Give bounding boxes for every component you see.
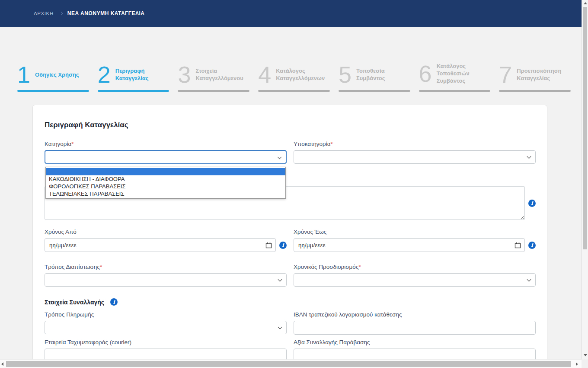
step-number: 6 <box>419 64 432 84</box>
dropdown-option[interactable]: ΦΟΡΟΛΟΓΙΚΕΣ ΠΑΡΑΒΑΣΕΙΣ <box>46 183 285 190</box>
form-card: Περιγραφή Καταγγελίας Κατηγορία* ΚΑΚΟΔΙΟ… <box>32 105 547 359</box>
step-number: 3 <box>178 65 191 85</box>
chevron-down-icon <box>527 155 531 159</box>
step-progress-bar <box>339 90 410 92</box>
scroll-left-arrow-icon[interactable] <box>1 362 3 366</box>
date-from-label: Χρόνος Από <box>45 229 287 235</box>
date-to-input[interactable]: ηη/μμ/εεεε <box>294 238 525 252</box>
step-label: Κατάλογος Τοποθεσιών Συμβάντος <box>437 63 488 85</box>
payment-method-label: Τρόπος Πληρωμής <box>45 311 287 318</box>
step-label: Οδηγίες Χρήσης <box>35 71 79 79</box>
calendar-icon[interactable] <box>265 242 272 249</box>
time-specification-select[interactable] <box>294 273 536 287</box>
subcategory-select[interactable] <box>294 150 536 164</box>
info-icon[interactable] <box>528 200 536 207</box>
step-number: 5 <box>339 65 352 85</box>
step-progress-bar <box>178 90 249 92</box>
time-specification-label: Χρονικός Προσδιορισμός* <box>294 264 536 270</box>
category-select[interactable]: ΚΑΚΟΔΙΟΙΚΗΣΗ - ΔΙΑΦΘΟΡΑ ΦΟΡΟΛΟΓΙΚΕΣ ΠΑΡΑ… <box>45 150 287 164</box>
chevron-down-icon <box>278 155 282 159</box>
step-1-instructions[interactable]: 1 Οδηγίες Χρήσης <box>17 51 89 92</box>
step-4-accused-list[interactable]: 4 Κατάλογος Καταγγελλόμενων <box>258 51 330 92</box>
info-icon[interactable] <box>110 298 118 306</box>
scroll-down-arrow-icon[interactable] <box>584 354 587 356</box>
date-placeholder: ηη/μμ/εεεε <box>49 242 77 249</box>
date-placeholder: ηη/μμ/εεεε <box>298 242 326 249</box>
step-6-incident-locations-list[interactable]: 6 Κατάλογος Τοποθεσιών Συμβάντος <box>419 51 491 92</box>
payment-method-select[interactable] <box>45 321 287 334</box>
breadcrumb-home-link[interactable]: ΑΡΧΙΚΗ <box>34 11 54 16</box>
date-to-label: Χρόνος Έως <box>294 229 536 235</box>
horizontal-scrollbar-thumb[interactable] <box>6 361 571 367</box>
step-progress-bar <box>419 90 491 92</box>
step-label: Τοποθεσία Συμβάντος <box>356 68 407 82</box>
category-label-text: Κατηγορία <box>45 141 71 147</box>
time-specification-label-text: Χρονικός Προσδιορισμός <box>294 264 358 270</box>
step-progress-bar <box>98 90 169 92</box>
info-icon[interactable] <box>279 242 287 249</box>
detection-method-label: Τρόπος Διαπίστωσης* <box>45 264 287 270</box>
scroll-right-arrow-icon[interactable] <box>576 362 578 366</box>
step-number: 2 <box>98 65 111 85</box>
transaction-value-input[interactable] <box>294 349 536 359</box>
scrollbar-corner <box>582 359 588 368</box>
courier-label: Εταιρεία Ταχυμεταφοράς (courier) <box>45 339 287 345</box>
subcategory-label: Υποκατηγορία* <box>294 141 536 147</box>
step-label: Προεπισκόπηση Καταγγελίας <box>517 68 568 82</box>
step-7-complaint-preview[interactable]: 7 Προεπισκόπηση Καταγγελίας <box>499 51 571 92</box>
vertical-scrollbar[interactable] <box>582 0 588 360</box>
page: ΑΡΧΙΚΗ ΝΕΑ ΑΝΩΝΥΜΗ ΚΑΤΑΓΓΕΛΙΑ 1 Οδηγίες … <box>0 0 588 368</box>
dropdown-option[interactable]: ΚΑΚΟΔΙΟΙΚΗΣΗ - ΔΙΑΦΘΟΡΑ <box>46 175 285 183</box>
subcategory-label-text: Υποκατηγορία <box>294 141 331 147</box>
horizontal-scrollbar[interactable] <box>0 359 582 368</box>
transaction-section-title: Στοιχεία Συναλλαγής <box>45 299 104 306</box>
courier-input[interactable] <box>45 349 287 359</box>
step-2-complaint-description[interactable]: 2 Περιγραφή Καταγγελίας <box>98 51 169 92</box>
calendar-icon[interactable] <box>514 242 521 249</box>
chevron-down-icon <box>278 278 282 282</box>
chevron-down-icon <box>278 325 282 329</box>
transaction-value-label: Αξία Συναλλαγής Παράβασης <box>294 339 536 345</box>
step-progress-bar <box>17 90 89 92</box>
step-label: Κατάλογος Καταγγελλόμενων <box>276 68 327 82</box>
required-marker: * <box>71 141 74 147</box>
category-label: Κατηγορία* <box>45 141 287 147</box>
step-progress-bar <box>499 90 571 92</box>
info-icon[interactable] <box>528 242 536 249</box>
dropdown-option[interactable]: ΤΕΛΩΝΕΙΑΚΕΣ ΠΑΡΑΒΑΣΕΙΣ <box>46 190 285 197</box>
chevron-right-icon <box>59 12 63 15</box>
dropdown-option-empty[interactable] <box>46 168 285 175</box>
required-marker: * <box>331 141 333 147</box>
step-3-accused-details[interactable]: 3 Στοιχεία Καταγγελλόμενου <box>178 51 249 92</box>
date-from-input[interactable]: ηη/μμ/εεεε <box>45 238 276 252</box>
step-progress-bar <box>258 90 330 92</box>
form-title: Περιγραφή Καταγγελίας <box>45 121 536 129</box>
step-5-incident-location[interactable]: 5 Τοποθεσία Συμβάντος <box>339 51 410 92</box>
category-dropdown: ΚΑΚΟΔΙΟΙΚΗΣΗ - ΔΙΑΦΘΟΡΑ ΦΟΡΟΛΟΓΙΚΕΣ ΠΑΡΑ… <box>45 167 286 199</box>
breadcrumb-current: ΝΕΑ ΑΝΩΝΥΜΗ ΚΑΤΑΓΓΕΛΙΑ <box>67 10 145 16</box>
page-content: ΑΡΧΙΚΗ ΝΕΑ ΑΝΩΝΥΜΗ ΚΑΤΑΓΓΕΛΙΑ 1 Οδηγίες … <box>0 0 582 359</box>
scroll-up-arrow-icon[interactable] <box>584 2 587 4</box>
required-marker: * <box>100 264 102 270</box>
step-number: 7 <box>499 65 512 85</box>
iban-input[interactable] <box>294 321 536 335</box>
required-marker: * <box>358 264 361 270</box>
step-wizard: 1 Οδηγίες Χρήσης 2 Περιγραφή Καταγγελίας… <box>17 51 571 92</box>
detection-method-select[interactable] <box>45 273 287 287</box>
breadcrumb-bar: ΑΡΧΙΚΗ ΝΕΑ ΑΝΩΝΥΜΗ ΚΑΤΑΓΓΕΛΙΑ <box>0 0 582 27</box>
step-number: 1 <box>17 65 30 85</box>
step-number: 4 <box>258 65 271 85</box>
step-label: Στοιχεία Καταγγελλόμενου <box>195 68 246 82</box>
chevron-down-icon <box>527 278 531 282</box>
detection-method-label-text: Τρόπος Διαπίστωσης <box>45 264 100 270</box>
iban-label: IBAN τραπεζικού λογαριασμού κατάθεσης <box>294 311 536 318</box>
vertical-scrollbar-thumb[interactable] <box>583 7 587 249</box>
step-label: Περιγραφή Καταγγελίας <box>115 68 166 82</box>
